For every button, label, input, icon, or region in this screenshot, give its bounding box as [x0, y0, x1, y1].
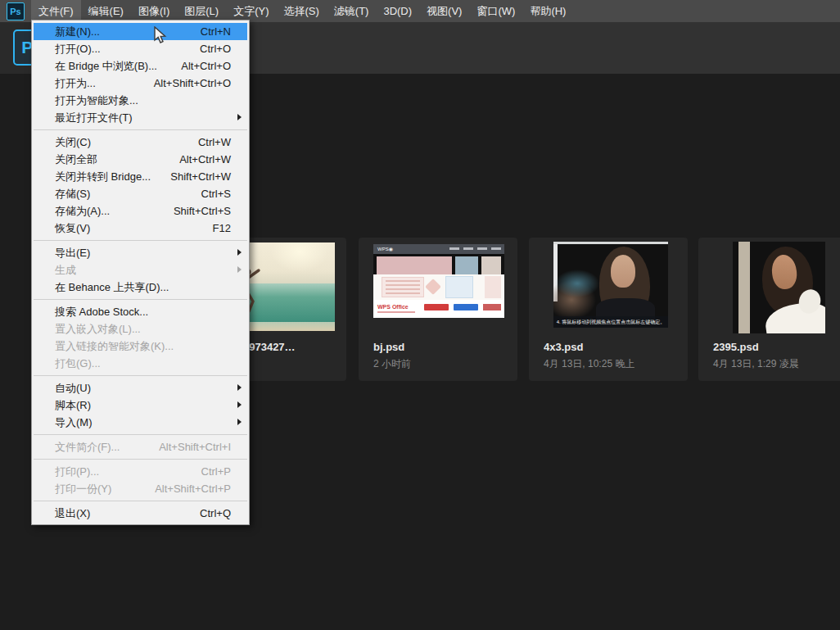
recent-file-card[interactable]: WPS◉ WPS Office bj.psd 2 小时前 [359, 238, 517, 381]
menu-item-label: 关闭全部 [55, 151, 97, 168]
menu-item-label: 打开为... [55, 75, 96, 92]
menu-item-label: 置入嵌入对象(L)... [55, 320, 141, 338]
menu-item-label: 最近打开文件(T) [55, 109, 133, 126]
submenu-arrow-icon [237, 401, 242, 408]
menu-item-shortcut: Shift+Ctrl+S [174, 202, 231, 220]
thumb-footer-band: WPS Office [373, 300, 504, 318]
menubar-item-3[interactable]: 图像(I) [131, 0, 177, 22]
menu-item[interactable]: 导出(E) [34, 244, 247, 261]
menu-item-shortcut: Ctrl+W [198, 134, 231, 151]
menu-item-label: 脚本(R) [55, 397, 91, 414]
recent-file-card[interactable]: 2395.psd 4月 13日, 1:29 凌晨 [698, 238, 840, 381]
menu-item[interactable]: 存储(S)Ctrl+S [34, 185, 247, 202]
menu-item[interactable]: 最近打开文件(T) [34, 109, 247, 126]
menubar-item-2[interactable]: 编辑(E) [81, 0, 131, 22]
application-menubar: Ps 文件(F)编辑(E)图像(I)图层(L)文字(Y)选择(S)滤镜(T)3D… [0, 0, 840, 22]
thumb-banner-block [377, 256, 452, 274]
menu-item-shortcut: Shift+Ctrl+W [170, 168, 231, 185]
thumb-sun-glow [271, 242, 328, 272]
menu-item-label: 打开为智能对象... [55, 92, 138, 109]
menubar-item-10[interactable]: 窗口(W) [469, 0, 522, 22]
menu-item: 置入嵌入对象(L)... [34, 320, 247, 338]
menu-item[interactable]: 搜索 Adobe Stock... [34, 303, 247, 320]
file-thumbnail-portrait [733, 242, 825, 333]
menu-item[interactable]: 脚本(R) [34, 397, 247, 414]
menu-separator [34, 375, 247, 376]
menu-item-shortcut: Ctrl+N [201, 23, 231, 40]
menu-item: 生成 [34, 261, 247, 279]
menu-item[interactable]: 存储为(A)...Shift+Ctrl+S [34, 202, 247, 220]
thumb-red-button [424, 304, 449, 310]
thumb-subject-face [611, 255, 635, 288]
menu-separator [34, 299, 247, 300]
thumb-banner-block [455, 256, 478, 274]
submenu-arrow-icon [237, 384, 242, 391]
menu-item-label: 打开(O)... [55, 40, 101, 57]
menu-item-shortcut: F12 [213, 220, 231, 237]
recent-file-name: bj.psd [373, 341, 511, 353]
submenu-arrow-icon [237, 266, 242, 273]
menu-item[interactable]: 打开为智能对象... [34, 92, 247, 109]
menubar-item-4[interactable]: 图层(L) [177, 0, 226, 22]
menu-item-label: 导入(M) [55, 414, 93, 431]
menubar-item-1[interactable]: 文件(F) [31, 0, 81, 22]
menu-item-label: 在 Bridge 中浏览(B)... [55, 57, 157, 75]
menu-item[interactable]: 打开为...Alt+Shift+Ctrl+O [34, 75, 247, 92]
wps-office-wordmark: WPS Office [377, 304, 409, 310]
menu-item-label: 关闭(C) [55, 134, 91, 151]
photoshop-app-icon: Ps [7, 2, 25, 20]
menu-item[interactable]: 关闭(C)Ctrl+W [34, 134, 247, 151]
thumb-webpage-header: WPS◉ [373, 244, 504, 254]
menu-item[interactable]: 关闭并转到 Bridge...Shift+Ctrl+W [34, 168, 247, 185]
menu-item-shortcut: Ctrl+Q [200, 505, 231, 522]
menu-item-label: 新建(N)... [55, 23, 100, 40]
menu-item-shortcut: Alt+Ctrl+W [179, 151, 231, 168]
menu-item: 打印(P)...Ctrl+P [34, 463, 247, 480]
menu-item[interactable]: 新建(N)...Ctrl+N [34, 23, 247, 40]
menu-item-label: 退出(X) [55, 505, 90, 522]
menu-item-label: 置入链接的智能对象(K)... [55, 338, 174, 355]
menu-separator [34, 459, 247, 460]
menu-item[interactable]: 恢复(V)F12 [34, 220, 247, 237]
menu-item[interactable]: 在 Behance 上共享(D)... [34, 279, 247, 296]
menu-item-label: 导出(E) [55, 244, 90, 261]
menu-item-label: 生成 [55, 261, 76, 279]
menubar-item-7[interactable]: 滤镜(T) [327, 0, 377, 22]
menu-item[interactable]: 退出(X)Ctrl+Q [34, 505, 247, 522]
menu-item[interactable]: 自动(U) [34, 379, 247, 397]
menubar-item-6[interactable]: 选择(S) [276, 0, 326, 22]
menu-item-shortcut: Ctrl+P [201, 463, 231, 480]
recent-file-card[interactable]: 4. 将鼠标移动到视频焦点位置点击鼠标左键确定。 4x3.psd 4月 13日,… [529, 238, 688, 381]
menubar-item-9[interactable]: 视图(V) [419, 0, 469, 22]
menu-item-label: 打印一份(Y) [55, 480, 111, 497]
menu-item-label: 存储(S) [55, 185, 90, 202]
menu-item[interactable]: 导入(M) [34, 414, 247, 431]
menu-item-label: 恢复(V) [55, 220, 90, 237]
thumb-decoration [377, 311, 415, 313]
menubar-item-5[interactable]: 文字(Y) [226, 0, 276, 22]
menu-item-label: 打印(P)... [55, 463, 99, 480]
menu-item-label: 存储为(A)... [55, 202, 110, 220]
menu-item[interactable]: 在 Bridge 中浏览(B)...Alt+Ctrl+O [34, 57, 247, 75]
thumb-banner-block [481, 256, 501, 274]
submenu-arrow-icon [237, 419, 242, 425]
thumb-water-blur [555, 270, 599, 297]
menu-item[interactable]: 关闭全部Alt+Ctrl+W [34, 151, 247, 168]
thumb-red-text [483, 304, 501, 310]
menu-item-shortcut: Ctrl+S [201, 185, 231, 202]
submenu-arrow-icon [237, 249, 242, 256]
menu-separator [34, 501, 247, 501]
menu-item: 文件简介(F)...Alt+Shift+Ctrl+I [34, 438, 247, 456]
menubar-item-11[interactable]: 帮助(H) [522, 0, 573, 22]
recent-file-timestamp: 4月 13日, 10:25 晚上 [544, 357, 681, 371]
menu-item-shortcut: Alt+Shift+Ctrl+P [155, 480, 231, 497]
recent-file-timestamp: 2 小时前 [373, 357, 511, 371]
menu-item-shortcut: Alt+Ctrl+O [181, 57, 231, 75]
menubar-item-8[interactable]: 3D(D) [376, 0, 419, 22]
menu-item-shortcut: Ctrl+O [200, 40, 231, 57]
menu-item[interactable]: 打开(O)...Ctrl+O [34, 40, 247, 57]
recent-file-name: 2395.psd [713, 341, 840, 353]
file-thumbnail-webpage: WPS◉ WPS Office [373, 244, 504, 318]
thumb-panel [485, 276, 501, 298]
file-menu: 新建(N)...Ctrl+N打开(O)...Ctrl+O在 Bridge 中浏览… [31, 20, 250, 525]
